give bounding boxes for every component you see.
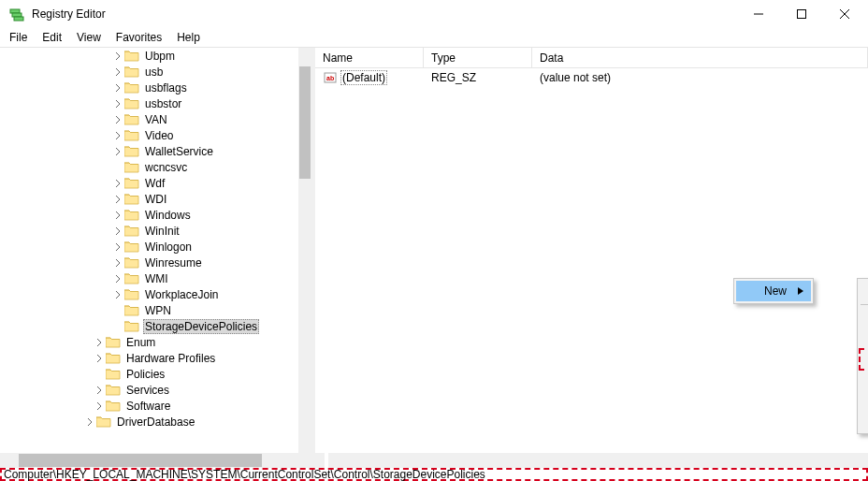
folder-icon: [124, 256, 139, 270]
main-area: UbpmusbusbflagsusbstorVANVideoWalletServ…: [0, 48, 868, 453]
tree-item[interactable]: VAN: [0, 111, 298, 127]
expander-icon[interactable]: [112, 82, 123, 94]
tree-item-label: WalletService: [143, 145, 215, 158]
tree-item[interactable]: WinInit: [0, 223, 298, 239]
expander-icon[interactable]: [112, 226, 123, 237]
expander-icon[interactable]: [112, 66, 123, 78]
tree-item[interactable]: WDI: [0, 191, 298, 207]
expander-icon[interactable]: [112, 130, 123, 141]
column-name[interactable]: Name: [315, 48, 424, 67]
tree-item[interactable]: WorkplaceJoin: [0, 286, 298, 302]
tree-item-label: usbflags: [143, 81, 189, 95]
expander-icon[interactable]: [94, 401, 105, 412]
titlebar: Registry Editor: [0, 0, 868, 28]
context-item-binary-value[interactable]: Binary Value: [860, 328, 868, 349]
context-item-key[interactable]: Key: [860, 281, 868, 301]
list-horizontal-scrollbar[interactable]: [328, 453, 868, 468]
tree-item-label: WorkplaceJoin: [143, 288, 220, 301]
expander-icon[interactable]: [112, 210, 123, 221]
context-item-qword-64[interactable]: QWORD (64-bit) Value: [860, 370, 868, 390]
context-item-dword-32[interactable]: DWORD (32-bit) Value: [860, 349, 868, 370]
context-item-string-value[interactable]: String Value: [860, 308, 868, 328]
list-pane[interactable]: Name Type Data ab (Default) REG_SZ (valu…: [315, 48, 868, 453]
expander-icon[interactable]: [112, 289, 123, 300]
tree-item[interactable]: StorageDevicePolicies: [0, 318, 298, 334]
app-icon: [7, 5, 26, 23]
expander-icon[interactable]: [94, 385, 105, 396]
tree-item-label: Ubpm: [143, 50, 177, 63]
context-item-expandable-string[interactable]: Expandable String Value: [860, 411, 868, 431]
svg-rect-0: [10, 9, 20, 13]
folder-icon: [106, 336, 121, 349]
tree-vertical-scrollbar[interactable]: [298, 48, 311, 453]
tree-item[interactable]: Video: [0, 127, 298, 143]
expander-icon[interactable]: [112, 194, 123, 205]
tree-item-label: StorageDevicePolicies: [143, 319, 259, 334]
tree-item[interactable]: Services: [0, 382, 298, 398]
expander-icon[interactable]: [84, 416, 95, 428]
tree-item-label: Hardware Profiles: [124, 352, 217, 365]
column-data[interactable]: Data: [532, 48, 868, 67]
tree-pane[interactable]: UbpmusbusbflagsusbstorVANVideoWalletServ…: [0, 48, 311, 453]
expander-icon[interactable]: [94, 337, 105, 348]
close-button[interactable]: [823, 0, 866, 28]
menu-view[interactable]: View: [69, 28, 108, 47]
scrollbar-thumb[interactable]: [19, 454, 262, 467]
status-bar: Computer\HKEY_LOCAL_MACHINE\SYSTEM\Curre…: [0, 468, 868, 481]
expander-icon[interactable]: [112, 98, 123, 109]
tree-item[interactable]: DriverDatabase: [0, 414, 298, 430]
expander-icon[interactable]: [112, 241, 123, 253]
maximize-button[interactable]: [780, 0, 823, 28]
expander-icon[interactable]: [112, 114, 123, 125]
scrollbar-thumb[interactable]: [299, 66, 311, 179]
tree-item-label: Services: [124, 384, 171, 397]
tree-item[interactable]: Wdf: [0, 175, 298, 191]
tree-item[interactable]: WPN: [0, 302, 298, 318]
context-item-new[interactable]: New: [736, 281, 811, 301]
svg-text:ab: ab: [326, 75, 334, 81]
tree-item[interactable]: Software: [0, 398, 298, 414]
expander-icon[interactable]: [94, 353, 105, 364]
tree-item[interactable]: wcncsvc: [0, 159, 298, 175]
tree-item[interactable]: WalletService: [0, 143, 298, 159]
expander-icon[interactable]: [112, 273, 123, 284]
column-type[interactable]: Type: [424, 48, 532, 67]
list-row[interactable]: ab (Default) REG_SZ (value not set): [315, 68, 868, 85]
menu-favorites[interactable]: Favorites: [108, 28, 169, 47]
tree-item[interactable]: Enum: [0, 334, 298, 350]
folder-icon: [124, 288, 139, 301]
tree-item-label: Video: [143, 129, 175, 142]
tree-item-label: WPN: [143, 304, 173, 317]
svg-rect-4: [798, 10, 806, 19]
expander-icon[interactable]: [112, 51, 123, 62]
menu-help[interactable]: Help: [169, 28, 208, 47]
tree-item[interactable]: Windows: [0, 207, 298, 223]
horizontal-scrollbars: [0, 453, 868, 468]
tree-item[interactable]: Ubpm: [0, 48, 298, 64]
tree-siblings: EnumHardware ProfilesPoliciesServicesSof…: [0, 334, 298, 430]
tree-item-label: VAN: [143, 113, 169, 126]
tree-item[interactable]: usb: [0, 64, 298, 80]
minimize-button[interactable]: [737, 0, 780, 28]
tree-item-label: DriverDatabase: [115, 415, 196, 429]
context-item-label: New: [764, 284, 787, 298]
tree-item[interactable]: Policies: [0, 366, 298, 382]
menu-file[interactable]: File: [2, 28, 35, 47]
folder-icon: [106, 384, 121, 397]
chevron-right-icon: [798, 284, 803, 298]
tree-item[interactable]: Hardware Profiles: [0, 350, 298, 366]
svg-rect-1: [12, 13, 22, 17]
expander-icon[interactable]: [112, 146, 123, 157]
menu-edit[interactable]: Edit: [35, 28, 69, 47]
context-menu-primary: New: [733, 278, 814, 304]
tree-horizontal-scrollbar[interactable]: [0, 453, 311, 468]
tree-item[interactable]: usbstor: [0, 95, 298, 111]
tree-item[interactable]: Winlogon: [0, 239, 298, 255]
expander-icon: [112, 305, 123, 316]
tree-item[interactable]: usbflags: [0, 80, 298, 95]
expander-icon[interactable]: [112, 257, 123, 269]
tree-item[interactable]: WMI: [0, 270, 298, 286]
tree-item[interactable]: Winresume: [0, 255, 298, 270]
context-item-multi-string[interactable]: Multi-String Value: [860, 390, 868, 411]
expander-icon[interactable]: [112, 178, 123, 189]
